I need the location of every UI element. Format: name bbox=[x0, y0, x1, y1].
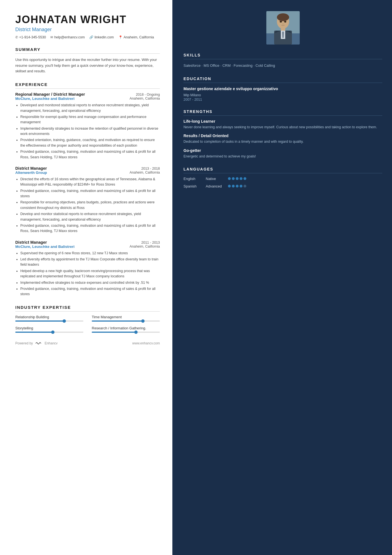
bullet: Develop and monitor statistical reports … bbox=[20, 211, 160, 222]
job-dates-1: 2018 - Ongoing bbox=[136, 93, 160, 97]
linkedin-url: linkedin.com bbox=[95, 35, 114, 39]
candidate-title: District Manager bbox=[15, 27, 160, 33]
linkedin-contact: 🔗 linkedin.com bbox=[89, 35, 114, 39]
job-location-2: Anaheim, California bbox=[130, 171, 160, 175]
email-icon: ✉ bbox=[50, 35, 53, 39]
skills-title: SKILLS bbox=[183, 53, 382, 59]
bullet: Implemented diversity strategies to incr… bbox=[20, 126, 160, 137]
lang-level-english: Native bbox=[206, 177, 225, 181]
job-location-1: Anaheim, California bbox=[130, 97, 160, 101]
lang-dots-spanish bbox=[228, 185, 246, 188]
expertise-dot-2 bbox=[141, 319, 145, 323]
bullet: Supervised the opening of 6 new Ross sto… bbox=[20, 251, 160, 256]
footer: Powered by Enhancv www.enhancv.com bbox=[15, 341, 160, 346]
email-address: help@enhancv.com bbox=[54, 35, 85, 39]
candidate-photo bbox=[266, 11, 300, 45]
powered-label: Powered by bbox=[15, 341, 33, 345]
expertise-label-3: Storytelling bbox=[15, 326, 83, 330]
skills-section: SKILLS Salesforce · MS Office · CRM · Fo… bbox=[183, 53, 382, 69]
strength-name-2: Results / Detail Oriented bbox=[183, 134, 382, 138]
brand-name: Enhancv bbox=[44, 341, 58, 345]
location-contact: 📍 Anaheim, California bbox=[118, 35, 154, 39]
expertise-item-2: Time Management bbox=[92, 315, 160, 322]
job-item-1: Regional Manager / District Manager 2018… bbox=[15, 92, 160, 160]
skills-text: Salesforce · MS Office · CRM · Forecasti… bbox=[183, 63, 382, 69]
name-block: JOHNATAN WRIGHT District Manager ✆ +1-91… bbox=[15, 14, 160, 39]
edu-degree: Master gestione aziendale e sviluppo org… bbox=[183, 86, 382, 92]
bullet: Responsible for ensuring objectives, pla… bbox=[20, 200, 160, 211]
lang-dot bbox=[228, 177, 231, 180]
lang-level-spanish: Advanced bbox=[206, 184, 225, 188]
job-company-line-1: McClure, Leuschke and Balistreri Anaheim… bbox=[15, 97, 160, 101]
lang-dot bbox=[244, 177, 246, 180]
expertise-title: INDUSTRY EXPERTISE bbox=[15, 305, 160, 312]
website-url: www.enhancv.com bbox=[132, 341, 160, 345]
job-item-2: District Manager 2013 - 2018 Altenwerth … bbox=[15, 166, 160, 234]
location-text: Anaheim, California bbox=[124, 35, 154, 39]
job-header-2: District Manager 2013 - 2018 bbox=[15, 166, 160, 171]
job-bullets-3: Supervised the opening of 6 new Ross sto… bbox=[15, 251, 160, 297]
job-header-3: District Manager 2011 - 2013 bbox=[15, 240, 160, 245]
languages-title: LANGUAGES bbox=[183, 167, 382, 173]
person-silhouette bbox=[266, 11, 300, 45]
bullet: Provided guidance, coaching, training, m… bbox=[20, 188, 160, 199]
enhancv-logo-icon bbox=[34, 341, 43, 346]
lang-row-english: English Native bbox=[183, 177, 382, 181]
job-company-line-2: Altenwerth Group Anaheim, California bbox=[15, 171, 160, 175]
link-icon: 🔗 bbox=[89, 35, 93, 39]
contact-line: ✆ +1-914-345-5530 ✉ help@enhancv.com 🔗 l… bbox=[15, 35, 160, 39]
expertise-item-4: Research / Information Gathering. bbox=[92, 326, 160, 333]
lang-dot bbox=[240, 177, 242, 180]
expertise-grid: Relationship Building Time Management St… bbox=[15, 315, 160, 333]
svg-point-11 bbox=[280, 21, 282, 23]
strength-name-3: Go-getter bbox=[183, 148, 382, 153]
bullet: Led diversity efforts by appointment to … bbox=[20, 257, 160, 268]
expertise-dot-4 bbox=[134, 330, 138, 334]
job-location-3: Anaheim, California bbox=[130, 245, 160, 249]
strength-desc-2: Dedicated to completion of tasks in a ti… bbox=[183, 139, 382, 144]
lang-dot bbox=[232, 185, 235, 188]
bullet: Helped develop a new high quality, backr… bbox=[20, 268, 160, 279]
lang-dot bbox=[240, 185, 242, 188]
languages-section: LANGUAGES English Native Spanish Advance… bbox=[183, 167, 382, 188]
expertise-track-4 bbox=[92, 332, 160, 333]
bullet: Provided guidance, coaching, training, m… bbox=[20, 149, 160, 160]
expertise-label-4: Research / Information Gathering. bbox=[92, 326, 160, 330]
bullet: Implemented effective strategies to redu… bbox=[20, 280, 160, 285]
expertise-fill-4 bbox=[92, 332, 136, 333]
expertise-fill-3 bbox=[15, 332, 53, 333]
strengths-section: STRENGTHS Life-long Learner Never done l… bbox=[183, 109, 382, 159]
location-icon: 📍 bbox=[118, 35, 123, 39]
svg-point-12 bbox=[284, 21, 286, 23]
bullet: Developed and monitored statistical repo… bbox=[20, 103, 160, 114]
edu-years: 2007 - 2011 bbox=[183, 98, 382, 102]
lang-dot bbox=[236, 185, 239, 188]
education-title: EDUCATION bbox=[183, 77, 382, 83]
job-company-2: Altenwerth Group bbox=[15, 171, 47, 175]
job-company-1: McClure, Leuschke and Balistreri bbox=[15, 97, 75, 101]
bullet: Responsible for exempt quality hires and… bbox=[20, 114, 160, 125]
phone-icon: ✆ bbox=[15, 35, 18, 39]
bullet: Provided guidance, coaching, training, m… bbox=[20, 223, 160, 234]
expertise-label-2: Time Management bbox=[92, 315, 160, 319]
candidate-name: JOHNATAN WRIGHT bbox=[15, 14, 160, 26]
expertise-track-2 bbox=[92, 320, 160, 322]
phone-number: +1-914-345-5530 bbox=[19, 35, 46, 39]
expertise-fill-2 bbox=[92, 320, 143, 322]
lang-name-spanish: Spanish bbox=[183, 184, 203, 188]
job-role-2: District Manager bbox=[15, 166, 47, 171]
svg-rect-5 bbox=[281, 27, 285, 31]
experience-section: EXPERIENCE Regional Manager / District M… bbox=[15, 82, 160, 297]
strength-name-1: Life-long Learner bbox=[183, 119, 382, 124]
lang-dots-english bbox=[228, 177, 246, 180]
edu-school: Mip Milano bbox=[183, 93, 382, 97]
strength-desc-3: Energetic and determined to achieve my g… bbox=[183, 154, 382, 159]
lang-dot bbox=[228, 185, 231, 188]
svg-point-4 bbox=[277, 13, 289, 21]
education-section: EDUCATION Master gestione aziendale e sv… bbox=[183, 77, 382, 102]
job-company-line-3: McClure, Leuschke and Balistreri Anaheim… bbox=[15, 245, 160, 249]
right-column: SKILLS Salesforce · MS Office · CRM · Fo… bbox=[172, 0, 392, 555]
bullet: Provided orientation, training, guidance… bbox=[20, 137, 160, 148]
lang-dot bbox=[232, 177, 235, 180]
email-contact: ✉ help@enhancv.com bbox=[50, 35, 85, 39]
